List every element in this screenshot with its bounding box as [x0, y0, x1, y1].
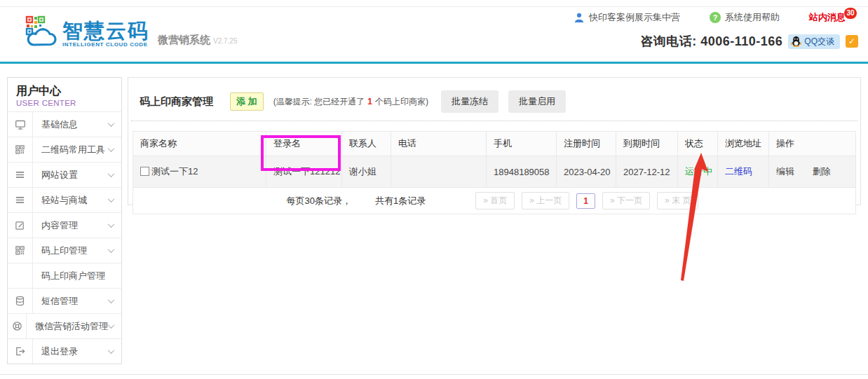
delete-link[interactable]: 删除: [813, 166, 831, 177]
chevron-down-icon: [108, 347, 115, 354]
col-telephone: 电话: [391, 132, 487, 156]
sidebar-item-label: 二维码常用工具: [41, 144, 105, 156]
tip-count: 1: [367, 97, 372, 106]
qq-penguin-icon: [791, 36, 801, 47]
sidebar-item-label: 码上印商户管理: [41, 270, 105, 282]
sidebar-item-label: 微信营销活动管理: [35, 320, 108, 333]
status-badge: 运行中: [685, 166, 712, 177]
logo-subtitle: INTELLIGENT CLOUD CODE: [62, 41, 149, 48]
page-title: 码上印商家管理: [140, 95, 213, 109]
qrcode-icon: [8, 238, 33, 263]
merchant-name: 测试一下12: [151, 166, 198, 177]
qrcode-icon: [8, 137, 33, 162]
batch-freeze-button[interactable]: 批量冻结: [441, 90, 499, 113]
site-messages-link[interactable]: 站内消息30: [809, 11, 858, 24]
system-version: V2.7.25: [213, 37, 237, 45]
total-records-text: 共有1条记录: [375, 195, 426, 207]
sidebar-item-label: 内容管理: [41, 219, 78, 232]
phone-label: 咨询电话:: [640, 34, 697, 48]
cell-view-url: 二维码: [718, 156, 769, 188]
col-merchant-name: 商家名称: [133, 132, 266, 156]
col-status: 状态: [678, 132, 718, 156]
sidebar-item-logout[interactable]: 退出登录: [8, 338, 121, 364]
col-view-url: 浏览地址: [718, 132, 769, 156]
chevron-down-icon: [108, 195, 115, 202]
sidebar-item-label: 基础信息: [41, 118, 78, 131]
prev-page-button[interactable]: » 上一页: [522, 192, 569, 209]
user-icon: [574, 12, 585, 23]
chevron-down-icon: [108, 246, 115, 253]
col-register-date: 注册时间: [557, 132, 616, 156]
messages-label: 站内消息: [809, 12, 846, 22]
tip-suffix: 个码上印商家): [375, 97, 428, 106]
edit-icon: [8, 213, 33, 237]
pagination-row: 每页30条记录， 共有1条记录 » 首页 » 上一页 1 » 下一页 » 末 页: [133, 188, 856, 214]
phone-line: 咨询电话: 4006-110-166: [640, 33, 782, 50]
col-actions: 操作: [769, 132, 856, 156]
col-mobile: 手机: [487, 132, 557, 156]
header-divider: [0, 6, 868, 7]
row-checkbox[interactable]: [140, 167, 149, 176]
sidebar-item-site-settings[interactable]: 网站设置: [8, 162, 121, 187]
pagination-cell: 每页30条记录， 共有1条记录 » 首页 » 上一页 1 » 下一页 » 末 页: [133, 188, 856, 214]
showcase-link[interactable]: 快印客案例展示集中营: [574, 11, 680, 24]
help-link[interactable]: ? 系统使用帮助: [710, 11, 780, 24]
edit-link[interactable]: 编辑: [776, 166, 794, 177]
sidebar-item-label: 轻站与商城: [41, 194, 87, 207]
sidebar-item-wechat-marketing-mgmt[interactable]: 微信营销活动管理: [8, 313, 121, 338]
sidebar-item-sms-mgmt[interactable]: 短信管理: [8, 288, 121, 313]
per-page-text: 每页30条记录，: [287, 195, 351, 207]
sidebar-item-qrcode-tools[interactable]: 二维码常用工具: [8, 137, 121, 162]
cell-telephone: [391, 156, 487, 188]
tip-prefix: (温馨提示: 您已经开通了: [273, 97, 365, 106]
chevron-down-icon: [108, 296, 115, 303]
cell-contact: 谢小姐: [342, 156, 391, 188]
table-row: 测试一下12 测试一下121212 谢小姐 18948189058 2023-0…: [133, 156, 856, 188]
cell-actions: 编辑 删除: [769, 156, 856, 188]
current-page-button[interactable]: 1: [576, 193, 595, 209]
chevron-down-icon: [108, 120, 115, 127]
chevron-down-icon: [108, 145, 115, 152]
qr-cloud-logo-icon: [25, 15, 59, 48]
sidebar-item-code-print-mgmt[interactable]: 码上印管理: [8, 237, 121, 263]
sidebar: 用户中心 USER CENTER 基础信息 二维码常用工具 网站设置: [7, 77, 122, 364]
qrcode-link[interactable]: 二维码: [725, 166, 752, 177]
cell-expire-date: 2027-12-12: [616, 156, 678, 188]
messages-count-badge: 30: [844, 8, 857, 19]
top-header: 智慧云码 INTELLIGENT CLOUD CODE 微营销系统V2.7.25…: [0, 0, 868, 64]
chevron-down-icon: [108, 170, 115, 177]
table-header-row: 商家名称 登录名 联系人 电话 手机 注册时间 到期时间 状态 浏览地址 操作: [133, 132, 856, 156]
sidebar-subtitle: USER CENTER: [16, 99, 113, 107]
phone-number: 4006-110-166: [700, 34, 782, 48]
sidebar-item-label: 网站设置: [41, 169, 78, 181]
sidebar-item-label: 短信管理: [41, 295, 78, 308]
sidebar-item-basic-info[interactable]: 基础信息: [8, 111, 121, 137]
monitor-icon: [8, 112, 33, 137]
sidebar-item-content-mgmt[interactable]: 内容管理: [8, 212, 121, 237]
first-page-button[interactable]: » 首页: [475, 192, 515, 209]
cell-login-name: 测试一下121212: [266, 156, 342, 188]
help-label: 系统使用帮助: [725, 11, 780, 24]
sidebar-item-lightsite-mall[interactable]: 轻站与商城: [8, 187, 121, 212]
cell-merchant-name: 测试一下12: [133, 156, 266, 188]
logo-title: 智慧云码: [62, 20, 149, 41]
list-icon: [8, 188, 33, 212]
chevron-down-icon: [108, 322, 115, 329]
last-page-button[interactable]: » 末 页: [657, 192, 698, 209]
col-expire-date: 到期时间: [616, 132, 678, 156]
add-button[interactable]: 添 加: [230, 92, 264, 111]
showcase-label: 快印客案例展示集中营: [589, 11, 680, 24]
tip-text: (温馨提示: 您已经开通了1个码上印商家): [273, 96, 428, 108]
sidebar-item-label: 退出登录: [41, 345, 78, 358]
credential-check-icon[interactable]: ✓: [846, 35, 858, 48]
sidebar-item-code-print-merchant-mgmt[interactable]: 码上印商户管理: [8, 263, 121, 288]
cell-status: 运行中: [678, 156, 718, 188]
help-icon: ?: [710, 12, 721, 23]
next-page-button[interactable]: » 下一页: [602, 192, 650, 209]
qq-chat-label: QQ交谈: [804, 36, 834, 48]
cell-register-date: 2023-04-20: [557, 156, 616, 188]
database-icon: [8, 289, 33, 313]
qq-chat-button[interactable]: QQ交谈: [788, 34, 840, 49]
batch-enable-button[interactable]: 批量启用: [508, 90, 566, 113]
cell-mobile: 18948189058: [487, 156, 557, 188]
